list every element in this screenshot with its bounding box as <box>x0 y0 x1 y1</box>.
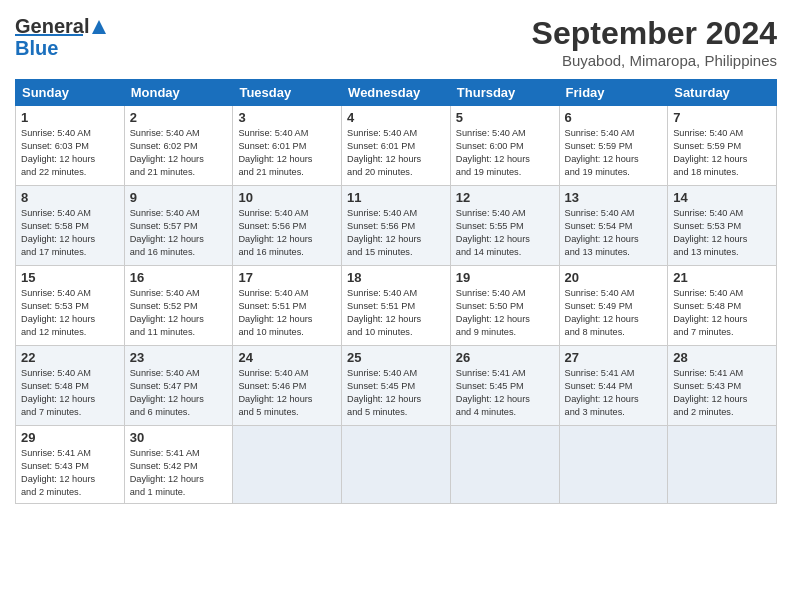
table-row: 27Sunrise: 5:41 AMSunset: 5:44 PMDayligh… <box>559 346 668 426</box>
day-info: Sunrise: 5:40 AMSunset: 5:56 PMDaylight:… <box>347 208 421 257</box>
title-section: September 2024 Buyabod, Mimaropa, Philip… <box>532 15 777 69</box>
table-row: 8Sunrise: 5:40 AMSunset: 5:58 PMDaylight… <box>16 186 125 266</box>
day-number: 22 <box>21 350 119 365</box>
day-info: Sunrise: 5:40 AMSunset: 5:56 PMDaylight:… <box>238 208 312 257</box>
table-row <box>668 426 777 504</box>
logo-icon <box>90 18 108 36</box>
day-number: 17 <box>238 270 336 285</box>
col-friday: Friday <box>559 80 668 106</box>
day-number: 24 <box>238 350 336 365</box>
table-row: 5Sunrise: 5:40 AMSunset: 6:00 PMDaylight… <box>450 106 559 186</box>
day-number: 2 <box>130 110 228 125</box>
col-saturday: Saturday <box>668 80 777 106</box>
day-number: 20 <box>565 270 663 285</box>
header-row: Sunday Monday Tuesday Wednesday Thursday… <box>16 80 777 106</box>
table-row: 26Sunrise: 5:41 AMSunset: 5:45 PMDayligh… <box>450 346 559 426</box>
day-info: Sunrise: 5:40 AMSunset: 5:59 PMDaylight:… <box>673 128 747 177</box>
location: Buyabod, Mimaropa, Philippines <box>532 52 777 69</box>
table-row: 24Sunrise: 5:40 AMSunset: 5:46 PMDayligh… <box>233 346 342 426</box>
table-row: 12Sunrise: 5:40 AMSunset: 5:55 PMDayligh… <box>450 186 559 266</box>
day-info: Sunrise: 5:40 AMSunset: 5:45 PMDaylight:… <box>347 368 421 417</box>
table-row: 30Sunrise: 5:41 AMSunset: 5:42 PMDayligh… <box>124 426 233 504</box>
table-row: 13Sunrise: 5:40 AMSunset: 5:54 PMDayligh… <box>559 186 668 266</box>
day-info: Sunrise: 5:40 AMSunset: 6:00 PMDaylight:… <box>456 128 530 177</box>
logo-blue: Blue <box>15 34 83 60</box>
table-row: 14Sunrise: 5:40 AMSunset: 5:53 PMDayligh… <box>668 186 777 266</box>
day-number: 30 <box>130 430 228 445</box>
calendar-table: Sunday Monday Tuesday Wednesday Thursday… <box>15 79 777 504</box>
day-info: Sunrise: 5:40 AMSunset: 5:57 PMDaylight:… <box>130 208 204 257</box>
day-info: Sunrise: 5:41 AMSunset: 5:45 PMDaylight:… <box>456 368 530 417</box>
day-number: 13 <box>565 190 663 205</box>
day-number: 25 <box>347 350 445 365</box>
table-row: 4Sunrise: 5:40 AMSunset: 6:01 PMDaylight… <box>342 106 451 186</box>
day-info: Sunrise: 5:40 AMSunset: 6:02 PMDaylight:… <box>130 128 204 177</box>
table-row: 22Sunrise: 5:40 AMSunset: 5:48 PMDayligh… <box>16 346 125 426</box>
table-row: 21Sunrise: 5:40 AMSunset: 5:48 PMDayligh… <box>668 266 777 346</box>
day-info: Sunrise: 5:40 AMSunset: 6:01 PMDaylight:… <box>347 128 421 177</box>
table-row: 15Sunrise: 5:40 AMSunset: 5:53 PMDayligh… <box>16 266 125 346</box>
day-number: 29 <box>21 430 119 445</box>
day-number: 3 <box>238 110 336 125</box>
table-row: 6Sunrise: 5:40 AMSunset: 5:59 PMDaylight… <box>559 106 668 186</box>
svg-marker-0 <box>92 20 106 34</box>
day-number: 12 <box>456 190 554 205</box>
table-row <box>559 426 668 504</box>
table-row: 1Sunrise: 5:40 AMSunset: 6:03 PMDaylight… <box>16 106 125 186</box>
day-number: 26 <box>456 350 554 365</box>
day-number: 19 <box>456 270 554 285</box>
table-row: 17Sunrise: 5:40 AMSunset: 5:51 PMDayligh… <box>233 266 342 346</box>
table-row: 25Sunrise: 5:40 AMSunset: 5:45 PMDayligh… <box>342 346 451 426</box>
day-info: Sunrise: 5:40 AMSunset: 5:53 PMDaylight:… <box>673 208 747 257</box>
day-number: 23 <box>130 350 228 365</box>
day-number: 8 <box>21 190 119 205</box>
table-row: 7Sunrise: 5:40 AMSunset: 5:59 PMDaylight… <box>668 106 777 186</box>
logo: General Blue <box>15 15 108 60</box>
table-row: 9Sunrise: 5:40 AMSunset: 5:57 PMDaylight… <box>124 186 233 266</box>
col-thursday: Thursday <box>450 80 559 106</box>
day-number: 9 <box>130 190 228 205</box>
day-info: Sunrise: 5:41 AMSunset: 5:42 PMDaylight:… <box>130 448 204 497</box>
day-info: Sunrise: 5:40 AMSunset: 5:59 PMDaylight:… <box>565 128 639 177</box>
day-info: Sunrise: 5:40 AMSunset: 5:48 PMDaylight:… <box>673 288 747 337</box>
day-info: Sunrise: 5:40 AMSunset: 5:50 PMDaylight:… <box>456 288 530 337</box>
table-row: 23Sunrise: 5:40 AMSunset: 5:47 PMDayligh… <box>124 346 233 426</box>
table-row: 2Sunrise: 5:40 AMSunset: 6:02 PMDaylight… <box>124 106 233 186</box>
day-info: Sunrise: 5:41 AMSunset: 5:43 PMDaylight:… <box>673 368 747 417</box>
day-number: 1 <box>21 110 119 125</box>
day-info: Sunrise: 5:40 AMSunset: 5:51 PMDaylight:… <box>238 288 312 337</box>
day-info: Sunrise: 5:40 AMSunset: 5:52 PMDaylight:… <box>130 288 204 337</box>
day-number: 18 <box>347 270 445 285</box>
col-sunday: Sunday <box>16 80 125 106</box>
table-row: 10Sunrise: 5:40 AMSunset: 5:56 PMDayligh… <box>233 186 342 266</box>
day-number: 15 <box>21 270 119 285</box>
day-number: 11 <box>347 190 445 205</box>
day-info: Sunrise: 5:40 AMSunset: 6:03 PMDaylight:… <box>21 128 95 177</box>
day-number: 6 <box>565 110 663 125</box>
day-number: 14 <box>673 190 771 205</box>
day-number: 5 <box>456 110 554 125</box>
day-number: 7 <box>673 110 771 125</box>
col-wednesday: Wednesday <box>342 80 451 106</box>
day-info: Sunrise: 5:40 AMSunset: 5:53 PMDaylight:… <box>21 288 95 337</box>
table-row: 20Sunrise: 5:40 AMSunset: 5:49 PMDayligh… <box>559 266 668 346</box>
table-row: 29Sunrise: 5:41 AMSunset: 5:43 PMDayligh… <box>16 426 125 504</box>
table-row: 16Sunrise: 5:40 AMSunset: 5:52 PMDayligh… <box>124 266 233 346</box>
day-number: 28 <box>673 350 771 365</box>
table-row <box>450 426 559 504</box>
calendar-container: General Blue September 2024 Buyabod, Mim… <box>0 0 792 514</box>
table-row: 18Sunrise: 5:40 AMSunset: 5:51 PMDayligh… <box>342 266 451 346</box>
day-info: Sunrise: 5:40 AMSunset: 5:46 PMDaylight:… <box>238 368 312 417</box>
day-number: 16 <box>130 270 228 285</box>
table-row: 19Sunrise: 5:40 AMSunset: 5:50 PMDayligh… <box>450 266 559 346</box>
table-row: 28Sunrise: 5:41 AMSunset: 5:43 PMDayligh… <box>668 346 777 426</box>
day-info: Sunrise: 5:41 AMSunset: 5:43 PMDaylight:… <box>21 448 95 497</box>
table-row <box>233 426 342 504</box>
day-info: Sunrise: 5:40 AMSunset: 5:55 PMDaylight:… <box>456 208 530 257</box>
day-info: Sunrise: 5:40 AMSunset: 5:54 PMDaylight:… <box>565 208 639 257</box>
header: General Blue September 2024 Buyabod, Mim… <box>15 15 777 69</box>
day-number: 27 <box>565 350 663 365</box>
day-number: 10 <box>238 190 336 205</box>
day-info: Sunrise: 5:41 AMSunset: 5:44 PMDaylight:… <box>565 368 639 417</box>
day-number: 21 <box>673 270 771 285</box>
